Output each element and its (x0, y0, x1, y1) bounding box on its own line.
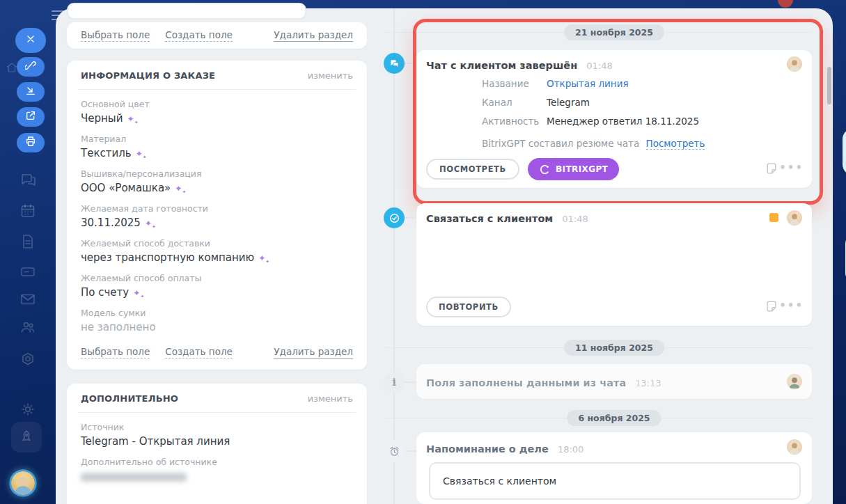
date-badge: 11 ноября 2025 (564, 340, 664, 356)
create-field-link[interactable]: Создать поле (165, 346, 233, 359)
date-badge: 21 ноября 2025 (564, 24, 664, 40)
field-label: Материал (81, 134, 353, 144)
field-label: Модель сумки (81, 308, 353, 318)
sidebar-item-payments[interactable] (19, 263, 36, 280)
event-title: Поля заполнены данными из чата (426, 377, 626, 388)
field-row: Желаемый способ доставки через транспорт… (81, 238, 353, 264)
arrow-into-dock-icon (25, 85, 36, 99)
delete-section-link[interactable]: Удалить раздел (274, 346, 353, 359)
field-label: Источник (81, 422, 353, 432)
close-icon (25, 33, 36, 47)
bitrixgpt-button[interactable]: BITRIXGPT (528, 158, 619, 180)
print-button[interactable] (17, 133, 45, 152)
date-badge: 6 ноября 2025 (567, 410, 661, 426)
more-actions-button[interactable]: ••• (779, 162, 804, 174)
ai-sparkle-icon: ✦✦ (136, 149, 143, 159)
row-label: Канал (482, 97, 512, 108)
timeline-line (393, 8, 395, 504)
gpt-summary-text: BitrixGPT составил резюме чата (482, 138, 639, 149)
field-value[interactable]: Черный✦✦ (81, 112, 353, 125)
rocket-icon (18, 429, 35, 446)
select-field-link[interactable]: Выбрать поле (81, 29, 150, 42)
timeline-connector (405, 381, 416, 383)
field-value[interactable]: По счету✦✦ (81, 286, 353, 299)
responsible-avatar[interactable] (787, 439, 802, 455)
more-actions-button[interactable]: ••• (779, 299, 804, 312)
sidebar-item-mail[interactable] (19, 291, 36, 308)
order-info-card: ИНФОРМАЦИЯ О ЗАКАЗЕ изменить Основной цв… (67, 61, 367, 370)
responsible-avatar[interactable] (787, 210, 802, 226)
event-time: 01:48 (562, 214, 588, 224)
section-title: ИНФОРМАЦИЯ О ЗАКАЗЕ (81, 70, 215, 81)
contact-client-card: Связаться с клиентом 01:48 06 НОЯБРЯ ЧТ … (416, 203, 812, 326)
event-title: Напоминание о деле (426, 443, 549, 455)
collapse-button[interactable] (17, 82, 45, 102)
link-icon (25, 60, 36, 74)
sidebar-item-clients[interactable] (19, 319, 36, 336)
ai-sparkle-icon: ✦✦ (258, 253, 265, 263)
create-field-link[interactable]: Создать поле (165, 29, 233, 42)
field-row: Желаемый способ оплаты По счету✦✦ (81, 273, 353, 299)
responsible-avatar[interactable] (787, 56, 802, 72)
field-value[interactable]: Текстиль✦✦ (81, 147, 353, 159)
timeline-connector (405, 63, 416, 64)
ai-sparkle-icon: ✦✦ (145, 219, 152, 228)
view-button[interactable]: ПОСМОТРЕТЬ (426, 159, 519, 180)
event-time: 01:48 (586, 61, 612, 71)
gpt-summary-view-link[interactable]: Посмотреть (646, 138, 705, 150)
event-time: 13:13 (635, 378, 661, 388)
copy-link-button[interactable] (17, 57, 45, 77)
edit-section-link[interactable]: изменить (308, 70, 353, 81)
sidebar-item-documents[interactable] (19, 233, 36, 250)
app-window: Выбрать поле Создать поле Удалить раздел… (0, 0, 846, 504)
field-row: Желаемая дата готовности 30.11.2025✦✦ (81, 203, 353, 229)
pin-note-icon[interactable] (765, 162, 778, 175)
timeline-connector (405, 450, 416, 452)
user-avatar[interactable] (11, 471, 35, 495)
chat-event-icon (384, 53, 405, 74)
sidebar-item-automation[interactable] (19, 351, 36, 368)
field-label: Желаемый способ доставки (81, 238, 353, 249)
openline-name-link[interactable]: Открытая линия (547, 78, 629, 89)
row-value: Telegram (547, 97, 590, 108)
reminder-note-box[interactable]: Связаться с клиентом (429, 462, 801, 500)
reminder-event-icon (384, 441, 405, 462)
ai-sparkle-icon: ✦✦ (127, 114, 134, 124)
sidebar-item-boost[interactable] (11, 422, 42, 452)
open-new-window-button[interactable] (17, 107, 45, 127)
scrollbar-thumb[interactable] (827, 67, 831, 104)
close-slider-button[interactable] (15, 28, 46, 53)
event-title: Чат с клиентом завершён (426, 60, 577, 71)
field-actions-card: Выбрать поле Создать поле Удалить раздел (67, 22, 367, 49)
repeat-button[interactable]: ПОВТОРИТЬ (426, 297, 511, 317)
row-value: Менеджер ответил 18.11.2025 (547, 116, 699, 127)
sidebar-item-chats[interactable] (19, 171, 36, 188)
field-label: Дополнительно об источнике (81, 457, 353, 467)
timeline-connector (405, 217, 416, 219)
field-value[interactable]: 30.11.2025✦✦ (81, 216, 353, 229)
event-time: 18:00 (558, 444, 583, 455)
field-label: Вышивка/персонализация (81, 168, 353, 179)
select-field-link[interactable]: Выбрать поле (81, 346, 150, 359)
status-color-badge (769, 213, 778, 222)
delete-section-link[interactable]: Удалить раздел (274, 29, 353, 42)
field-value[interactable]: ООО «Ромашка»✦✦ (81, 182, 353, 194)
edit-section-link[interactable]: изменить (308, 393, 353, 404)
responsible-avatar[interactable] (787, 374, 802, 389)
field-label: Желаемый способ оплаты (81, 273, 353, 283)
form-field-input[interactable] (67, 3, 306, 19)
reminder-text: Связаться с клиентом (443, 475, 556, 487)
section-title: ДОПОЛНИТЕЛЬНО (81, 393, 178, 404)
field-value[interactable]: Telegram - Открытая линия (81, 435, 353, 448)
field-row: Модель сумки не заполнено (81, 308, 353, 333)
field-row: Основной цвет Черный✦✦ (81, 99, 353, 125)
sidebar-item-settings[interactable] (19, 401, 36, 418)
info-event-icon: i (384, 372, 405, 393)
field-value[interactable]: не заполнено (81, 321, 353, 333)
ai-sparkle-icon: ✦✦ (133, 288, 140, 298)
sidebar-item-calendar[interactable] (19, 203, 36, 219)
event-title: Связаться с клиентом (426, 213, 553, 224)
pin-note-icon[interactable] (765, 299, 778, 313)
field-value[interactable]: через транспортную компанию✦✦ (81, 251, 353, 264)
row-label: Активность (482, 116, 539, 127)
